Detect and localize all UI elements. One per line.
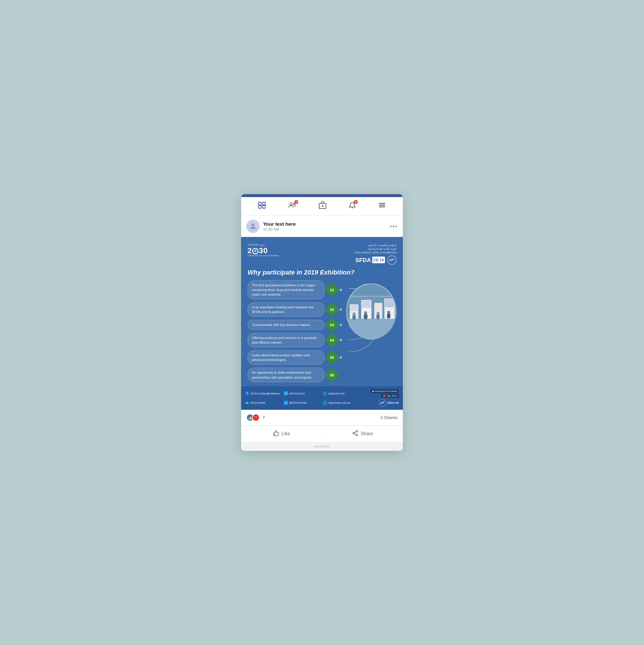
- svg-rect-18: [362, 300, 371, 308]
- phone-container: 3 1: [241, 194, 403, 450]
- twitter-handle-1: #SFDACE19: [289, 392, 305, 395]
- twitter-handle-2: @SFDACONF: [289, 401, 307, 404]
- social-facebook: f SFDAConfandExhibition: [245, 391, 283, 395]
- vision-logo: VISION رؤية 2030 KINGDOM OF SAUDI ARABIA: [248, 243, 279, 257]
- exhibit-photo: [346, 283, 396, 340]
- social-footer: f SFDAConfandExhibition t #SFDACE19 🌐 sf…: [241, 386, 403, 410]
- post-author: Your text here 10:30 AM: [263, 221, 296, 231]
- post-time: 10:30 AM: [263, 227, 296, 231]
- facebook-handle: SFDAConfandExhibition: [250, 392, 280, 395]
- svg-point-33: [356, 430, 358, 432]
- avatar: [246, 220, 260, 233]
- android-icon: ▶: [372, 390, 374, 392]
- love-reaction-icon: ❤️: [252, 414, 260, 421]
- item-bubble-3: Communicate with key decision makers.: [248, 320, 325, 330]
- svg-point-29: [387, 311, 390, 314]
- svg-line-36: [354, 433, 356, 435]
- appstore-badge[interactable]: 🍎 App Store: [381, 394, 399, 398]
- svg-rect-1: [263, 202, 265, 205]
- nav-notifications-icon[interactable]: 1: [349, 201, 356, 211]
- nav-marketplace-icon[interactable]: [319, 201, 327, 211]
- nav-home-icon[interactable]: [258, 201, 266, 211]
- reaction-icons: 👍 ❤️: [246, 414, 258, 421]
- store-badges: ▶ Download for Android 🍎 App Store: [361, 389, 399, 398]
- like-button-icon: [273, 430, 279, 438]
- linkedin-handle: SFDACONF: [250, 401, 265, 404]
- share-button-label: Share: [361, 431, 373, 436]
- shares-count: 3 Shares: [380, 415, 398, 420]
- svg-point-12: [252, 224, 254, 226]
- nav-friends-icon[interactable]: 3: [288, 201, 297, 211]
- sfda-brand: SFDA CE 19: [355, 255, 396, 265]
- list-item: Communicate with key decision makers. 03: [248, 319, 342, 330]
- sfda-footer-logo: [378, 399, 386, 407]
- globe-icon-1: 🌐: [323, 391, 327, 396]
- post-more-button[interactable]: •••: [390, 223, 398, 230]
- sfda-brand-text: SFDA: [355, 256, 371, 264]
- item-number-5: 05: [325, 350, 340, 365]
- friends-badge: 3: [294, 200, 298, 204]
- twitter-icon-2: t: [284, 401, 288, 405]
- connector-3: [340, 324, 342, 326]
- like-button[interactable]: Like: [241, 426, 322, 442]
- social-website-1: 🌐 sfdaconf.com: [323, 391, 360, 396]
- infographic-title: Why participate in 2019 Exhibition?: [248, 269, 396, 276]
- connector-4: [340, 339, 342, 341]
- post-header: Your text here 10:30 AM •••: [241, 216, 403, 237]
- exhibit-illustration: [347, 284, 396, 340]
- item-number-2: 02: [325, 302, 340, 317]
- nav-bar: 3 1: [241, 197, 403, 216]
- item-bubble-2: Is an important meeting point between th…: [248, 302, 325, 317]
- nav-menu-icon[interactable]: [378, 201, 386, 211]
- svg-rect-3: [263, 206, 265, 208]
- list-item: Offering products and services in a prac…: [248, 333, 342, 347]
- connector-5: [340, 356, 342, 359]
- globe-icon-2: 🌐: [323, 401, 327, 405]
- sfda-logo: المؤتمر والمعرض السنويللهيئة العامة للغذ…: [355, 243, 396, 264]
- reactions-left: 👍 ❤️ 7: [246, 414, 265, 421]
- watermark-text: dotline: [314, 444, 330, 448]
- top-bar: [241, 194, 403, 197]
- item-bubble-5: Learn about latest product updates and a…: [248, 350, 325, 365]
- item-bubble-6: An opportunity to build relationships an…: [248, 368, 325, 382]
- action-bar: Like Share: [241, 426, 403, 442]
- sfda-ce-footer: SFDA CE: [361, 399, 399, 407]
- watermark: dotline: [241, 442, 403, 451]
- vision-country: KINGDOM OF SAUDI ARABIA: [248, 254, 279, 257]
- svg-point-35: [356, 434, 358, 436]
- android-label: Download for Android: [375, 390, 397, 392]
- linkedin-icon: in: [245, 401, 249, 405]
- item-number-6: 06: [325, 368, 340, 382]
- items-container: The first specialized exhibition in the …: [248, 280, 396, 382]
- website-2: cityevents.com.sa: [328, 401, 350, 404]
- items-list: The first specialized exhibition in the …: [248, 280, 342, 382]
- twitter-icon-1: t: [284, 391, 288, 395]
- svg-rect-2: [259, 206, 261, 208]
- infographic-area: VISION رؤية 2030 KINGDOM OF SAUDI ARABIA…: [241, 237, 403, 410]
- svg-point-25: [364, 311, 367, 314]
- notifications-badge: 1: [354, 200, 358, 204]
- sfda-arabic: المؤتمر والمعرض السنويللهيئة العامة للغذ…: [355, 243, 396, 254]
- item-number-4: 04: [325, 333, 340, 348]
- svg-line-37: [354, 432, 356, 433]
- facebook-icon: f: [245, 391, 249, 395]
- social-website-2: 🌐 cityevents.com.sa: [323, 401, 360, 405]
- android-badge[interactable]: ▶ Download for Android: [371, 389, 399, 393]
- svg-point-34: [353, 432, 355, 434]
- exhibit-photo-area: [346, 280, 396, 382]
- top-logos: VISION رؤية 2030 KINGDOM OF SAUDI ARABIA…: [248, 243, 396, 264]
- reaction-count: 7: [263, 415, 265, 420]
- connector-2: [340, 308, 342, 311]
- share-button-icon: [352, 430, 358, 438]
- connector-1: [340, 289, 342, 291]
- svg-point-24: [364, 313, 368, 319]
- social-twitter-1: t #SFDACE19: [284, 391, 321, 395]
- social-linkedin: in SFDACONF: [245, 401, 283, 405]
- share-button[interactable]: Share: [322, 426, 403, 442]
- sfda-logo-circle: [387, 255, 396, 265]
- list-item: Learn about latest product updates and a…: [248, 350, 342, 365]
- svg-rect-21: [385, 299, 394, 307]
- item-number-1: 01: [325, 282, 340, 297]
- item-number-3: 03: [325, 317, 340, 332]
- vision-year: 2030: [248, 247, 279, 254]
